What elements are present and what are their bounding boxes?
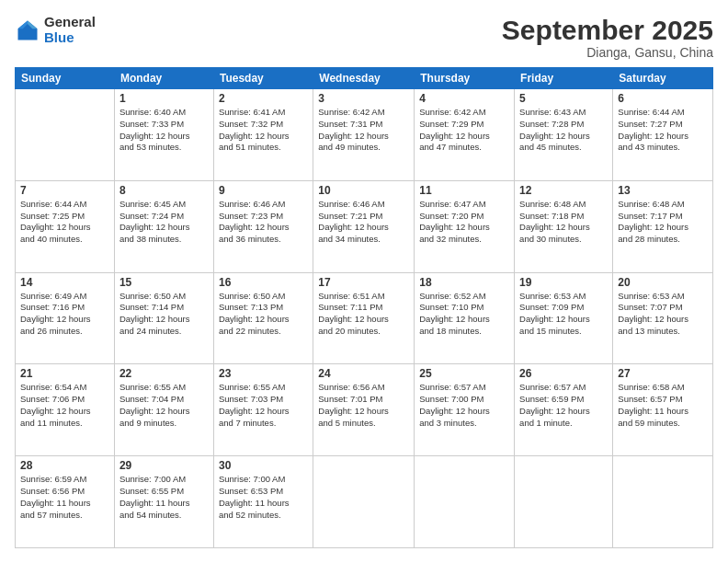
week-row-5: 28Sunrise: 6:59 AM Sunset: 6:56 PM Dayli… [16,456,713,548]
table-cell: 12Sunrise: 6:48 AM Sunset: 7:18 PM Dayli… [515,180,613,272]
weekday-header-row: Sunday Monday Tuesday Wednesday Thursday… [16,68,713,89]
table-cell: 27Sunrise: 6:58 AM Sunset: 6:57 PM Dayli… [613,364,713,456]
day-number: 16 [219,276,308,289]
header-wednesday: Wednesday [313,68,415,89]
day-number: 12 [519,184,608,197]
day-info: Sunrise: 6:57 AM Sunset: 7:00 PM Dayligh… [419,382,509,429]
day-info: Sunrise: 6:42 AM Sunset: 7:29 PM Dayligh… [419,107,509,154]
table-cell: 22Sunrise: 6:55 AM Sunset: 7:04 PM Dayli… [114,364,213,456]
week-row-1: 1Sunrise: 6:40 AM Sunset: 7:33 PM Daylig… [16,89,713,181]
day-number: 2 [219,92,308,105]
day-info: Sunrise: 6:45 AM Sunset: 7:24 PM Dayligh… [119,199,209,246]
table-cell: 7Sunrise: 6:44 AM Sunset: 7:25 PM Daylig… [16,180,115,272]
table-cell: 1Sunrise: 6:40 AM Sunset: 7:33 PM Daylig… [114,89,213,181]
day-info: Sunrise: 6:47 AM Sunset: 7:20 PM Dayligh… [419,199,509,246]
day-number: 27 [618,367,708,380]
table-cell: 3Sunrise: 6:42 AM Sunset: 7:31 PM Daylig… [313,89,415,181]
title-block: September 2025 Dianga, Gansu, China [502,15,713,60]
table-cell: 13Sunrise: 6:48 AM Sunset: 7:17 PM Dayli… [613,180,713,272]
calendar-page: General Blue September 2025 Dianga, Gans… [0,0,728,563]
logo-general-text: General [44,15,96,30]
calendar-table: Sunday Monday Tuesday Wednesday Thursday… [15,67,713,548]
table-cell: 28Sunrise: 6:59 AM Sunset: 6:56 PM Dayli… [16,456,115,548]
table-cell: 26Sunrise: 6:57 AM Sunset: 6:59 PM Dayli… [515,364,613,456]
day-info: Sunrise: 6:48 AM Sunset: 7:18 PM Dayligh… [519,199,608,246]
day-number: 14 [20,276,109,289]
table-cell: 24Sunrise: 6:56 AM Sunset: 7:01 PM Dayli… [313,364,415,456]
table-cell: 18Sunrise: 6:52 AM Sunset: 7:10 PM Dayli… [415,272,515,364]
table-cell: 20Sunrise: 6:53 AM Sunset: 7:07 PM Dayli… [613,272,713,364]
day-info: Sunrise: 6:52 AM Sunset: 7:10 PM Dayligh… [419,291,509,338]
day-number: 20 [618,276,708,289]
day-info: Sunrise: 6:58 AM Sunset: 6:57 PM Dayligh… [618,382,708,429]
header-monday: Monday [114,68,213,89]
day-info: Sunrise: 6:49 AM Sunset: 7:16 PM Dayligh… [20,291,109,338]
week-row-3: 14Sunrise: 6:49 AM Sunset: 7:16 PM Dayli… [16,272,713,364]
day-info: Sunrise: 6:46 AM Sunset: 7:23 PM Dayligh… [219,199,308,246]
table-cell: 29Sunrise: 7:00 AM Sunset: 6:55 PM Dayli… [114,456,213,548]
week-row-2: 7Sunrise: 6:44 AM Sunset: 7:25 PM Daylig… [16,180,713,272]
day-number: 8 [119,184,209,197]
day-info: Sunrise: 6:44 AM Sunset: 7:25 PM Dayligh… [20,199,109,246]
table-cell: 11Sunrise: 6:47 AM Sunset: 7:20 PM Dayli… [415,180,515,272]
week-row-4: 21Sunrise: 6:54 AM Sunset: 7:06 PM Dayli… [16,364,713,456]
day-info: Sunrise: 6:57 AM Sunset: 6:59 PM Dayligh… [519,382,608,429]
day-info: Sunrise: 6:40 AM Sunset: 7:33 PM Dayligh… [119,107,209,154]
header-tuesday: Tuesday [213,68,313,89]
header: General Blue September 2025 Dianga, Gans… [15,15,713,60]
table-cell: 19Sunrise: 6:53 AM Sunset: 7:09 PM Dayli… [515,272,613,364]
day-number: 25 [419,367,509,380]
table-cell: 21Sunrise: 6:54 AM Sunset: 7:06 PM Dayli… [16,364,115,456]
day-info: Sunrise: 6:51 AM Sunset: 7:11 PM Dayligh… [318,291,409,338]
day-info: Sunrise: 6:55 AM Sunset: 7:03 PM Dayligh… [219,382,308,429]
table-cell [613,456,713,548]
day-info: Sunrise: 6:44 AM Sunset: 7:27 PM Dayligh… [618,107,708,154]
header-sunday: Sunday [16,68,115,89]
day-info: Sunrise: 6:55 AM Sunset: 7:04 PM Dayligh… [119,382,209,429]
day-number: 1 [119,92,209,105]
table-cell: 14Sunrise: 6:49 AM Sunset: 7:16 PM Dayli… [16,272,115,364]
day-info: Sunrise: 6:53 AM Sunset: 7:09 PM Dayligh… [519,291,608,338]
day-info: Sunrise: 6:53 AM Sunset: 7:07 PM Dayligh… [618,291,708,338]
logo: General Blue [15,15,96,45]
day-number: 26 [519,367,608,380]
logo-icon [15,17,40,43]
day-number: 28 [20,459,109,472]
day-info: Sunrise: 6:50 AM Sunset: 7:13 PM Dayligh… [219,291,308,338]
day-info: Sunrise: 7:00 AM Sunset: 6:53 PM Dayligh… [219,474,308,521]
day-number: 3 [318,92,409,105]
day-info: Sunrise: 6:50 AM Sunset: 7:14 PM Dayligh… [119,291,209,338]
table-cell [313,456,415,548]
day-number: 6 [618,92,708,105]
header-thursday: Thursday [415,68,515,89]
day-info: Sunrise: 6:56 AM Sunset: 7:01 PM Dayligh… [318,382,409,429]
logo-text: General Blue [44,15,96,45]
table-cell: 9Sunrise: 6:46 AM Sunset: 7:23 PM Daylig… [213,180,313,272]
day-number: 4 [419,92,509,105]
day-number: 24 [318,367,409,380]
table-cell: 8Sunrise: 6:45 AM Sunset: 7:24 PM Daylig… [114,180,213,272]
table-cell: 15Sunrise: 6:50 AM Sunset: 7:14 PM Dayli… [114,272,213,364]
day-info: Sunrise: 6:59 AM Sunset: 6:56 PM Dayligh… [20,474,109,521]
day-number: 30 [219,459,308,472]
day-number: 13 [618,184,708,197]
header-saturday: Saturday [613,68,713,89]
day-number: 17 [318,276,409,289]
day-info: Sunrise: 6:41 AM Sunset: 7:32 PM Dayligh… [219,107,308,154]
table-cell: 16Sunrise: 6:50 AM Sunset: 7:13 PM Dayli… [213,272,313,364]
table-cell [415,456,515,548]
day-number: 11 [419,184,509,197]
day-number: 10 [318,184,409,197]
logo-blue-text: Blue [44,30,96,46]
day-info: Sunrise: 6:46 AM Sunset: 7:21 PM Dayligh… [318,199,409,246]
day-number: 22 [119,367,209,380]
day-number: 23 [219,367,308,380]
table-cell: 23Sunrise: 6:55 AM Sunset: 7:03 PM Dayli… [213,364,313,456]
table-cell [16,89,115,181]
day-number: 18 [419,276,509,289]
table-cell: 5Sunrise: 6:43 AM Sunset: 7:28 PM Daylig… [515,89,613,181]
day-number: 19 [519,276,608,289]
day-number: 29 [119,459,209,472]
table-cell: 30Sunrise: 7:00 AM Sunset: 6:53 PM Dayli… [213,456,313,548]
header-friday: Friday [515,68,613,89]
